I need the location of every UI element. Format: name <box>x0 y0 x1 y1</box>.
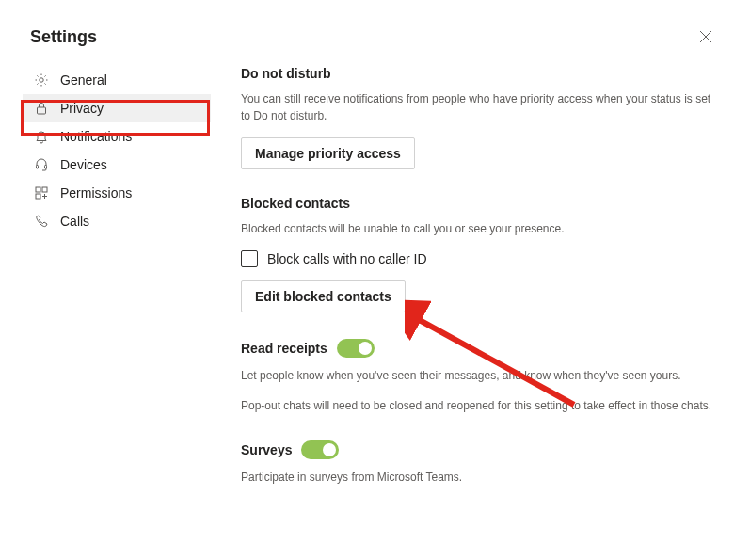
section-desc-surveys: Participate in surveys from Microsoft Te… <box>241 469 712 486</box>
sidebar-item-permissions[interactable]: Permissions <box>23 179 211 207</box>
section-title-read-receipts: Read receipts <box>241 339 712 358</box>
headset-icon <box>34 157 49 172</box>
section-title-read-receipts-label: Read receipts <box>241 341 327 356</box>
section-desc-read-receipts: Let people know when you've seen their m… <box>241 367 712 384</box>
section-desc2-read-receipts: Pop-out chats will need to be closed and… <box>241 397 712 414</box>
section-title-surveys: Surveys <box>241 440 712 459</box>
header: Settings <box>0 0 750 66</box>
svg-point-0 <box>40 78 43 82</box>
block-no-caller-id-label: Block calls with no caller ID <box>267 251 427 266</box>
sidebar-item-general[interactable]: General <box>23 66 211 94</box>
section-surveys: Surveys Participate in surveys from Micr… <box>241 440 712 486</box>
edit-blocked-button[interactable]: Edit blocked contacts <box>241 280 406 312</box>
manage-priority-button[interactable]: Manage priority access <box>241 137 415 169</box>
svg-rect-3 <box>45 166 47 169</box>
section-blocked: Blocked contacts Blocked contacts will b… <box>241 196 712 312</box>
apps-icon <box>34 185 49 200</box>
section-title-blocked: Blocked contacts <box>241 196 712 211</box>
sidebar-item-label: Calls <box>60 214 89 229</box>
sidebar-item-label: Devices <box>60 157 107 172</box>
section-dnd: Do not disturb You can still receive not… <box>241 66 712 169</box>
sidebar-item-label: Notifications <box>60 129 132 144</box>
settings-body: General Privacy Notifications <box>0 66 750 535</box>
svg-rect-1 <box>38 107 46 114</box>
svg-rect-4 <box>36 187 40 192</box>
svg-rect-2 <box>37 166 39 169</box>
lock-icon <box>34 101 49 116</box>
surveys-toggle[interactable] <box>301 440 339 459</box>
sidebar-item-label: General <box>60 72 107 88</box>
svg-rect-5 <box>42 187 47 192</box>
sidebar-item-privacy[interactable]: Privacy <box>23 94 211 122</box>
close-icon <box>699 30 712 43</box>
sidebar: General Privacy Notifications <box>23 66 211 535</box>
svg-rect-6 <box>36 194 40 199</box>
sidebar-item-notifications[interactable]: Notifications <box>23 122 211 151</box>
read-receipts-toggle[interactable] <box>337 339 375 358</box>
sidebar-item-calls[interactable]: Calls <box>23 207 211 235</box>
section-desc-blocked: Blocked contacts will be unable to call … <box>241 220 712 237</box>
close-button[interactable] <box>692 26 720 47</box>
block-no-caller-id-checkbox[interactable] <box>241 250 258 267</box>
gear-icon <box>34 72 49 88</box>
block-no-caller-id-row[interactable]: Block calls with no caller ID <box>241 250 712 267</box>
section-read-receipts: Read receipts Let people know when you'v… <box>241 339 712 414</box>
content-panel: Do not disturb You can still receive not… <box>211 66 750 535</box>
sidebar-item-devices[interactable]: Devices <box>23 151 211 179</box>
sidebar-item-label: Privacy <box>60 101 104 116</box>
bell-icon <box>34 129 49 144</box>
sidebar-item-label: Permissions <box>60 185 132 200</box>
section-title-surveys-label: Surveys <box>241 442 292 457</box>
page-title: Settings <box>30 27 97 47</box>
section-title-dnd: Do not disturb <box>241 66 712 81</box>
phone-icon <box>34 214 49 229</box>
section-desc-dnd: You can still receive notifications from… <box>241 90 712 124</box>
